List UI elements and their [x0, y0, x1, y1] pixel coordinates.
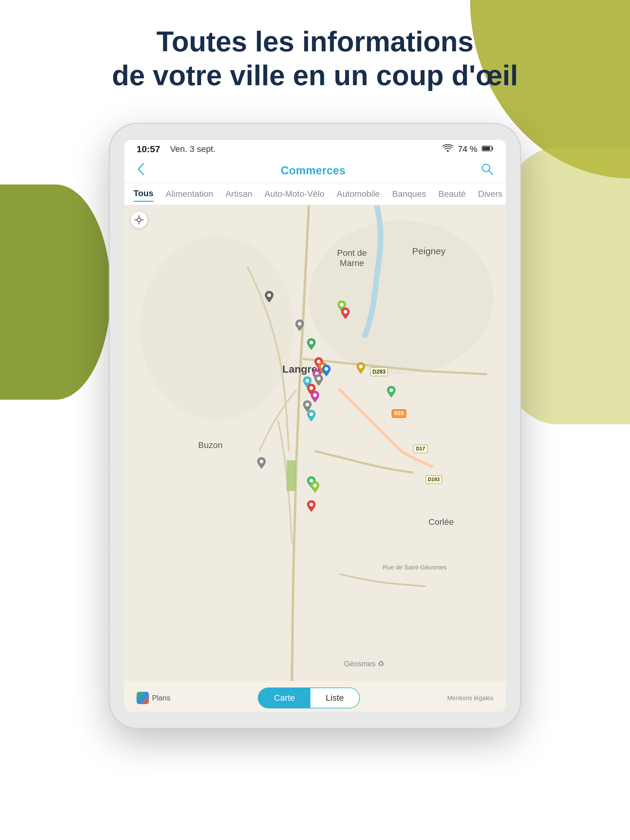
pins-layer: [124, 205, 506, 681]
svg-point-37: [359, 365, 362, 368]
back-button[interactable]: [136, 163, 145, 179]
svg-rect-3: [483, 147, 490, 150]
location-button[interactable]: [130, 211, 148, 229]
svg-point-33: [324, 367, 328, 371]
tab-divers[interactable]: Divers: [478, 186, 502, 201]
search-button[interactable]: [481, 163, 494, 178]
tab-artisan[interactable]: Artisan: [225, 186, 252, 201]
battery-percent: 74 %: [458, 144, 477, 154]
tab-auto-moto-velo[interactable]: Auto-Moto-Vélo: [264, 186, 324, 201]
tablet-screen: 10:57 Ven. 3 sept. 74 %: [124, 140, 506, 712]
status-date: Ven. 3 sept.: [170, 144, 216, 154]
map-area[interactable]: D283 N19 D17 D193 Pont de Marne: [124, 205, 506, 681]
svg-point-46: [309, 503, 313, 507]
status-icons: 74 %: [442, 144, 494, 155]
apple-maps-icon: [136, 692, 149, 704]
svg-point-45: [313, 484, 317, 487]
wifi-icon: [442, 144, 453, 155]
svg-line-5: [489, 171, 493, 175]
svg-rect-2: [492, 147, 493, 150]
map-pin[interactable]: [322, 365, 331, 377]
map-pin[interactable]: [341, 308, 350, 321]
svg-point-35: [317, 377, 321, 381]
tab-banques[interactable]: Banques: [392, 186, 426, 201]
svg-point-39: [309, 386, 313, 390]
svg-point-30: [309, 341, 313, 344]
map-pin[interactable]: [307, 500, 316, 513]
svg-point-47: [137, 218, 141, 222]
bottom-bar: Plans Carte Liste Mentions légales: [124, 684, 506, 712]
map-pin[interactable]: [265, 291, 274, 304]
svg-point-27: [340, 303, 343, 306]
svg-point-28: [343, 310, 347, 314]
map-pin[interactable]: [307, 338, 316, 351]
tab-beaute[interactable]: Beauté: [438, 186, 466, 201]
status-bar: 10:57 Ven. 3 sept. 74 %: [124, 140, 506, 158]
tablet-outer: 10:57 Ven. 3 sept. 74 %: [109, 123, 521, 729]
category-tabs: Tous Alimentation Artisan Auto-Moto-Vélo…: [124, 183, 506, 205]
carte-button[interactable]: Carte: [258, 688, 310, 708]
tab-automobile[interactable]: Automobile: [337, 186, 380, 201]
svg-point-38: [389, 388, 393, 392]
svg-rect-52: [138, 694, 147, 702]
tab-tous[interactable]: Tous: [133, 186, 154, 202]
map-pin[interactable]: [387, 386, 396, 399]
svg-point-42: [309, 412, 313, 416]
bg-decoration-left: [0, 185, 111, 400]
svg-point-36: [306, 379, 309, 382]
svg-point-26: [268, 293, 271, 297]
liste-button[interactable]: Liste: [310, 688, 359, 708]
mentions-legales[interactable]: Mentions légales: [447, 695, 494, 702]
apple-maps-label: Plans: [136, 692, 171, 704]
svg-point-29: [298, 322, 301, 325]
nav-title: Commerces: [281, 164, 346, 177]
tablet-device: 10:57 Ven. 3 sept. 74 %: [109, 123, 521, 729]
battery-icon: [482, 144, 494, 154]
nav-bar: Commerces: [124, 158, 506, 183]
svg-point-41: [306, 403, 309, 406]
map-pin[interactable]: [257, 457, 266, 470]
svg-point-43: [260, 459, 263, 463]
header-title: Toutes les informations de votre ville e…: [0, 25, 630, 93]
map-pin[interactable]: [314, 374, 323, 387]
tab-alimentation[interactable]: Alimentation: [166, 186, 213, 201]
map-pin[interactable]: [295, 319, 304, 332]
status-time: 10:57: [136, 144, 160, 154]
svg-point-40: [313, 393, 317, 397]
header-section: Toutes les informations de votre ville e…: [0, 25, 630, 93]
map-pin[interactable]: [307, 410, 316, 423]
view-toggle[interactable]: Carte Liste: [258, 687, 360, 708]
svg-point-0: [447, 150, 449, 152]
map-pin[interactable]: [311, 481, 319, 494]
map-container: D283 N19 D17 D193 Pont de Marne: [124, 205, 506, 681]
map-pin[interactable]: [311, 391, 319, 404]
map-pin[interactable]: [356, 362, 365, 375]
